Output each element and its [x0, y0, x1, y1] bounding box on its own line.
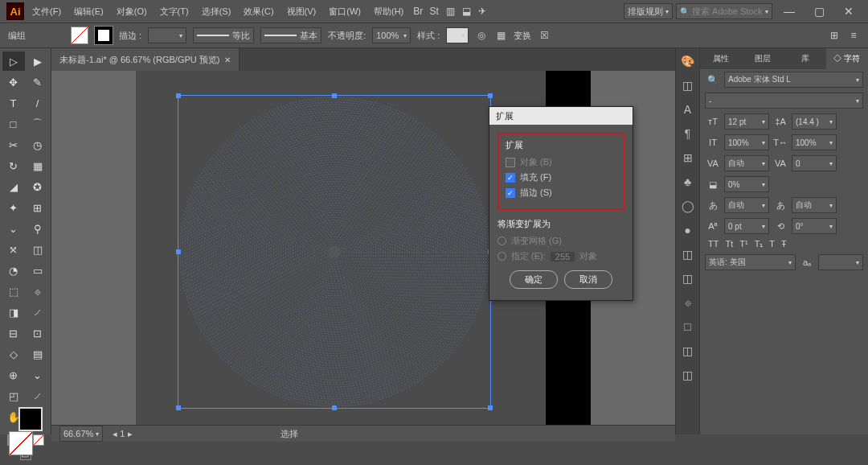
baseline-field[interactable]: 0 pt — [724, 218, 769, 234]
tool-30[interactable]: ⊕ — [2, 365, 25, 385]
bridge-icon[interactable]: Br — [411, 5, 424, 18]
menu-type[interactable]: 文字(T) — [155, 3, 194, 20]
align-icon[interactable]: ▦ — [494, 29, 507, 42]
tool-18[interactable]: ⤧ — [2, 240, 25, 259]
tool-29[interactable]: ▤ — [27, 344, 49, 364]
superscript-button[interactable]: T¹ — [739, 239, 747, 249]
strike-button[interactable]: Ŧ — [781, 239, 787, 249]
tool-4[interactable]: T — [2, 93, 25, 113]
artboard[interactable] — [136, 71, 546, 425]
dock-icon-1[interactable]: ◫ — [680, 77, 696, 93]
stroke-weight[interactable] — [148, 27, 186, 43]
tool-28[interactable]: ◇ — [2, 344, 25, 364]
tool-14[interactable]: ✦ — [2, 198, 25, 217]
allcaps-button[interactable]: TT — [708, 239, 719, 249]
dock-icon-8[interactable]: ◫ — [680, 246, 696, 262]
search-stock[interactable]: 🔍搜索 Adobe Stock — [676, 3, 772, 19]
tab-character[interactable]: ◇ 字符 — [826, 48, 868, 69]
minimize-button[interactable]: — — [776, 3, 803, 19]
tool-16[interactable]: ⌄ — [2, 219, 25, 238]
artboard-nav[interactable]: ◂ 1 ▸ — [113, 429, 132, 439]
pct-field[interactable]: 0% — [724, 176, 769, 192]
tool-22[interactable]: ⬚ — [2, 282, 25, 301]
antialias-field[interactable] — [818, 254, 863, 270]
recolor-icon[interactable]: ◎ — [475, 29, 488, 42]
font-size-field[interactable]: 12 pt — [724, 113, 769, 130]
tool-15[interactable]: ⊞ — [27, 198, 49, 217]
search-font-icon[interactable]: 🔍 — [705, 72, 721, 87]
tool-5[interactable]: / — [27, 93, 49, 113]
tool-3[interactable]: ✎ — [27, 72, 49, 92]
arrange-icon[interactable]: ▥ — [444, 5, 457, 18]
tool-12[interactable]: ◢ — [2, 177, 25, 196]
opacity-field[interactable]: 100% — [372, 27, 411, 43]
tab-layers[interactable]: 图层 — [742, 48, 784, 69]
dock-icon-6[interactable]: ◯ — [680, 198, 696, 214]
smallcaps-button[interactable]: Tt — [725, 239, 733, 249]
dock-icon-7[interactable]: ● — [680, 222, 696, 238]
tool-32[interactable]: ◰ — [2, 386, 25, 405]
rocket-icon[interactable]: ✈ — [476, 5, 489, 18]
dialog-title[interactable]: 扩展 — [489, 107, 633, 125]
tool-2[interactable]: ✥ — [2, 72, 25, 92]
layout-rules-dropdown[interactable]: 排版规则 — [624, 3, 673, 19]
transform-label[interactable]: 变换 — [514, 30, 531, 42]
menu-window[interactable]: 窗口(W) — [324, 3, 366, 20]
menu-object[interactable]: 对象(O) — [112, 3, 152, 20]
auto2-field[interactable]: 自动 — [792, 197, 837, 213]
font-family-field[interactable]: Adobe 宋体 Std L — [724, 72, 863, 88]
tool-11[interactable]: ▦ — [27, 156, 49, 175]
checkbox-fill[interactable]: ✓ — [506, 173, 515, 183]
maximize-button[interactable]: ▢ — [806, 3, 833, 19]
tool-20[interactable]: ◔ — [2, 261, 25, 280]
subscript-button[interactable]: T₁ — [755, 239, 764, 249]
hscale-field[interactable]: 100% — [792, 134, 837, 150]
tool-6[interactable]: □ — [2, 114, 25, 134]
tool-24[interactable]: ◨ — [2, 302, 25, 322]
stroke-profile[interactable]: 等比 — [193, 27, 254, 43]
char-rot-field[interactable]: 0° — [792, 218, 837, 234]
ok-button[interactable]: 确定 — [510, 270, 558, 289]
menu-file[interactable]: 文件(F) — [27, 3, 66, 20]
close-tab-icon[interactable]: ✕ — [224, 56, 231, 64]
tool-17[interactable]: ⚲ — [27, 219, 49, 238]
panel-toggle-icon[interactable]: ⊞ — [828, 29, 841, 42]
tool-8[interactable]: ✂ — [2, 135, 25, 154]
brush-def[interactable]: 基本 — [260, 27, 321, 43]
dock-icon-11[interactable]: □ — [680, 319, 696, 335]
leading-field[interactable]: (14.4 ) — [792, 113, 837, 130]
cancel-button[interactable]: 取消 — [564, 270, 612, 289]
document-tab[interactable]: 未标题-1.ai* @ 66.67% (RGB/GPU 预览)✕ — [51, 48, 240, 71]
tool-7[interactable]: ⌒ — [27, 114, 49, 134]
tool-27[interactable]: ⊡ — [27, 323, 49, 343]
menu-edit[interactable]: 编辑(E) — [69, 3, 108, 20]
auto1-field[interactable]: 自动 — [724, 197, 769, 213]
tool-21[interactable]: ▭ — [27, 261, 49, 280]
tool-19[interactable]: ◫ — [27, 240, 49, 259]
panel-menu-icon[interactable]: ≡ — [847, 29, 860, 42]
gpu-icon[interactable]: ⬓ — [460, 5, 473, 18]
menu-help[interactable]: 帮助(H) — [369, 3, 408, 20]
dock-icon-0[interactable]: 🎨 — [680, 53, 696, 69]
tool-10[interactable]: ↻ — [2, 156, 25, 175]
tool-23[interactable]: ⟐ — [27, 282, 49, 301]
checkbox-stroke[interactable]: ✓ — [506, 188, 515, 198]
tracking-field[interactable]: 0 — [792, 155, 837, 171]
menu-view[interactable]: 视图(V) — [282, 3, 321, 20]
dock-icon-4[interactable]: ⊞ — [680, 150, 696, 166]
fill-swatch[interactable] — [71, 27, 88, 44]
tool-26[interactable]: ⊟ — [2, 323, 25, 343]
tool-0[interactable]: ▷ — [2, 51, 25, 71]
dock-icon-12[interactable]: ◫ — [680, 343, 696, 359]
none-mode-icon[interactable] — [33, 434, 44, 446]
dock-icon-3[interactable]: ¶ — [680, 126, 696, 142]
tool-33[interactable]: ⟋ — [27, 386, 49, 405]
vscale-field[interactable]: 100% — [724, 134, 769, 150]
stock-icon[interactable]: St — [428, 5, 440, 18]
tab-properties[interactable]: 属性 — [700, 48, 742, 69]
dock-icon-13[interactable]: ◫ — [680, 367, 696, 383]
font-style-field[interactable]: - — [705, 93, 863, 109]
tool-9[interactable]: ◷ — [27, 135, 49, 154]
menu-effect[interactable]: 效果(C) — [239, 3, 278, 20]
selection-box[interactable] — [178, 95, 491, 409]
